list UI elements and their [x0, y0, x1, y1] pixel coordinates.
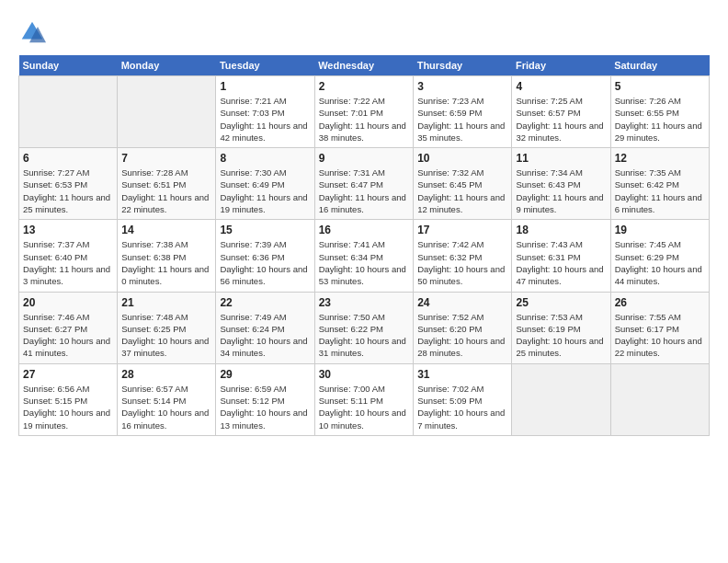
- calendar-cell: [19, 76, 118, 148]
- calendar-cell: 14Sunrise: 7:38 AM Sunset: 6:38 PM Dayli…: [118, 220, 216, 292]
- day-number: 21: [121, 296, 211, 309]
- day-header-tuesday: Tuesday: [216, 55, 314, 76]
- calendar-cell: [118, 76, 216, 148]
- day-number: 26: [615, 296, 705, 309]
- day-number: 12: [615, 152, 705, 165]
- calendar-cell: 10Sunrise: 7:32 AM Sunset: 6:45 PM Dayli…: [414, 148, 512, 220]
- day-number: 1: [220, 80, 310, 93]
- day-info: Sunrise: 7:23 AM Sunset: 6:59 PM Dayligh…: [417, 95, 507, 144]
- calendar-cell: 29Sunrise: 6:59 AM Sunset: 5:12 PM Dayli…: [216, 363, 314, 435]
- calendar-cell: 17Sunrise: 7:42 AM Sunset: 6:32 PM Dayli…: [414, 220, 512, 292]
- day-number: 23: [319, 296, 409, 309]
- calendar-table: SundayMondayTuesdayWednesdayThursdayFrid…: [18, 55, 710, 436]
- day-header-sunday: Sunday: [19, 55, 118, 76]
- day-info: Sunrise: 7:25 AM Sunset: 6:57 PM Dayligh…: [516, 95, 606, 144]
- calendar-week-4: 20Sunrise: 7:46 AM Sunset: 6:27 PM Dayli…: [19, 292, 710, 363]
- day-number: 19: [615, 224, 705, 236]
- day-number: 18: [516, 224, 606, 236]
- calendar-cell: 16Sunrise: 7:41 AM Sunset: 6:34 PM Dayli…: [314, 220, 413, 292]
- day-number: 4: [516, 80, 606, 93]
- calendar-cell: [512, 363, 610, 435]
- day-number: 11: [516, 152, 606, 165]
- day-number: 7: [121, 152, 211, 165]
- day-number: 8: [220, 152, 310, 165]
- day-info: Sunrise: 7:52 AM Sunset: 6:20 PM Dayligh…: [417, 311, 507, 360]
- calendar-cell: 13Sunrise: 7:37 AM Sunset: 6:40 PM Dayli…: [19, 220, 118, 292]
- calendar-week-5: 27Sunrise: 6:56 AM Sunset: 5:15 PM Dayli…: [19, 363, 710, 435]
- calendar-cell: 8Sunrise: 7:30 AM Sunset: 6:49 PM Daylig…: [216, 148, 314, 220]
- calendar-cell: 27Sunrise: 6:56 AM Sunset: 5:15 PM Dayli…: [19, 363, 118, 435]
- day-header-monday: Monday: [118, 55, 216, 76]
- day-info: Sunrise: 6:57 AM Sunset: 5:14 PM Dayligh…: [121, 383, 211, 431]
- day-info: Sunrise: 7:39 AM Sunset: 6:36 PM Dayligh…: [220, 238, 310, 287]
- calendar-cell: 5Sunrise: 7:26 AM Sunset: 6:55 PM Daylig…: [610, 76, 709, 148]
- day-number: 2: [319, 80, 409, 93]
- calendar-cell: 24Sunrise: 7:52 AM Sunset: 6:20 PM Dayli…: [414, 292, 512, 363]
- calendar-cell: 28Sunrise: 6:57 AM Sunset: 5:14 PM Dayli…: [118, 363, 216, 435]
- calendar-week-1: 1Sunrise: 7:21 AM Sunset: 7:03 PM Daylig…: [19, 76, 710, 148]
- calendar-cell: 23Sunrise: 7:50 AM Sunset: 6:22 PM Dayli…: [314, 292, 413, 363]
- day-info: Sunrise: 7:21 AM Sunset: 7:03 PM Dayligh…: [220, 95, 310, 144]
- day-info: Sunrise: 7:35 AM Sunset: 6:42 PM Dayligh…: [615, 167, 705, 215]
- day-header-friday: Friday: [512, 55, 610, 76]
- day-info: Sunrise: 7:45 AM Sunset: 6:29 PM Dayligh…: [615, 238, 705, 287]
- day-info: Sunrise: 7:53 AM Sunset: 6:19 PM Dayligh…: [516, 311, 606, 360]
- day-info: Sunrise: 7:26 AM Sunset: 6:55 PM Dayligh…: [615, 95, 705, 144]
- calendar-cell: 7Sunrise: 7:28 AM Sunset: 6:51 PM Daylig…: [118, 148, 216, 220]
- logo-icon: [18, 18, 46, 46]
- day-info: Sunrise: 7:55 AM Sunset: 6:17 PM Dayligh…: [615, 311, 705, 360]
- calendar-cell: 25Sunrise: 7:53 AM Sunset: 6:19 PM Dayli…: [512, 292, 610, 363]
- calendar-cell: 15Sunrise: 7:39 AM Sunset: 6:36 PM Dayli…: [216, 220, 314, 292]
- day-info: Sunrise: 7:34 AM Sunset: 6:43 PM Dayligh…: [516, 167, 606, 215]
- day-number: 29: [220, 368, 310, 381]
- calendar-cell: 21Sunrise: 7:48 AM Sunset: 6:25 PM Dayli…: [118, 292, 216, 363]
- day-info: Sunrise: 7:43 AM Sunset: 6:31 PM Dayligh…: [516, 238, 606, 287]
- day-number: 10: [417, 152, 507, 165]
- calendar-cell: 2Sunrise: 7:22 AM Sunset: 7:01 PM Daylig…: [314, 76, 413, 148]
- calendar-body: 1Sunrise: 7:21 AM Sunset: 7:03 PM Daylig…: [19, 76, 710, 436]
- day-info: Sunrise: 7:27 AM Sunset: 6:53 PM Dayligh…: [23, 167, 113, 215]
- header-row: SundayMondayTuesdayWednesdayThursdayFrid…: [19, 55, 710, 76]
- day-info: Sunrise: 7:38 AM Sunset: 6:38 PM Dayligh…: [121, 238, 211, 287]
- day-number: 20: [23, 296, 113, 309]
- calendar-cell: 9Sunrise: 7:31 AM Sunset: 6:47 PM Daylig…: [314, 148, 413, 220]
- calendar-cell: 1Sunrise: 7:21 AM Sunset: 7:03 PM Daylig…: [216, 76, 314, 148]
- day-info: Sunrise: 6:56 AM Sunset: 5:15 PM Dayligh…: [23, 383, 113, 431]
- day-info: Sunrise: 7:41 AM Sunset: 6:34 PM Dayligh…: [319, 238, 409, 287]
- day-number: 22: [220, 296, 310, 309]
- calendar-cell: 11Sunrise: 7:34 AM Sunset: 6:43 PM Dayli…: [512, 148, 610, 220]
- day-header-wednesday: Wednesday: [314, 55, 413, 76]
- day-info: Sunrise: 7:31 AM Sunset: 6:47 PM Dayligh…: [319, 167, 409, 215]
- logo: [18, 18, 50, 46]
- page-header: [18, 18, 710, 46]
- day-info: Sunrise: 7:49 AM Sunset: 6:24 PM Dayligh…: [220, 311, 310, 360]
- day-header-saturday: Saturday: [610, 55, 709, 76]
- day-info: Sunrise: 7:32 AM Sunset: 6:45 PM Dayligh…: [417, 167, 507, 215]
- day-info: Sunrise: 7:42 AM Sunset: 6:32 PM Dayligh…: [417, 238, 507, 287]
- day-header-thursday: Thursday: [414, 55, 512, 76]
- calendar-cell: 3Sunrise: 7:23 AM Sunset: 6:59 PM Daylig…: [414, 76, 512, 148]
- calendar-cell: 6Sunrise: 7:27 AM Sunset: 6:53 PM Daylig…: [19, 148, 118, 220]
- calendar-week-2: 6Sunrise: 7:27 AM Sunset: 6:53 PM Daylig…: [19, 148, 710, 220]
- day-number: 6: [23, 152, 113, 165]
- day-number: 15: [220, 224, 310, 236]
- calendar-cell: 4Sunrise: 7:25 AM Sunset: 6:57 PM Daylig…: [512, 76, 610, 148]
- day-info: Sunrise: 7:30 AM Sunset: 6:49 PM Dayligh…: [220, 167, 310, 215]
- day-info: Sunrise: 7:46 AM Sunset: 6:27 PM Dayligh…: [23, 311, 113, 360]
- calendar-cell: 20Sunrise: 7:46 AM Sunset: 6:27 PM Dayli…: [19, 292, 118, 363]
- calendar-cell: 22Sunrise: 7:49 AM Sunset: 6:24 PM Dayli…: [216, 292, 314, 363]
- day-info: Sunrise: 6:59 AM Sunset: 5:12 PM Dayligh…: [220, 383, 310, 431]
- day-number: 27: [23, 368, 113, 381]
- calendar-cell: 19Sunrise: 7:45 AM Sunset: 6:29 PM Dayli…: [610, 220, 709, 292]
- day-info: Sunrise: 7:00 AM Sunset: 5:11 PM Dayligh…: [319, 383, 409, 431]
- calendar-cell: 31Sunrise: 7:02 AM Sunset: 5:09 PM Dayli…: [414, 363, 512, 435]
- calendar-cell: 12Sunrise: 7:35 AM Sunset: 6:42 PM Dayli…: [610, 148, 709, 220]
- day-number: 5: [615, 80, 705, 93]
- day-number: 13: [23, 224, 113, 236]
- day-number: 17: [417, 224, 507, 236]
- day-number: 31: [417, 368, 507, 381]
- calendar-cell: [610, 363, 709, 435]
- day-number: 3: [417, 80, 507, 93]
- calendar-cell: 26Sunrise: 7:55 AM Sunset: 6:17 PM Dayli…: [610, 292, 709, 363]
- day-info: Sunrise: 7:28 AM Sunset: 6:51 PM Dayligh…: [121, 167, 211, 215]
